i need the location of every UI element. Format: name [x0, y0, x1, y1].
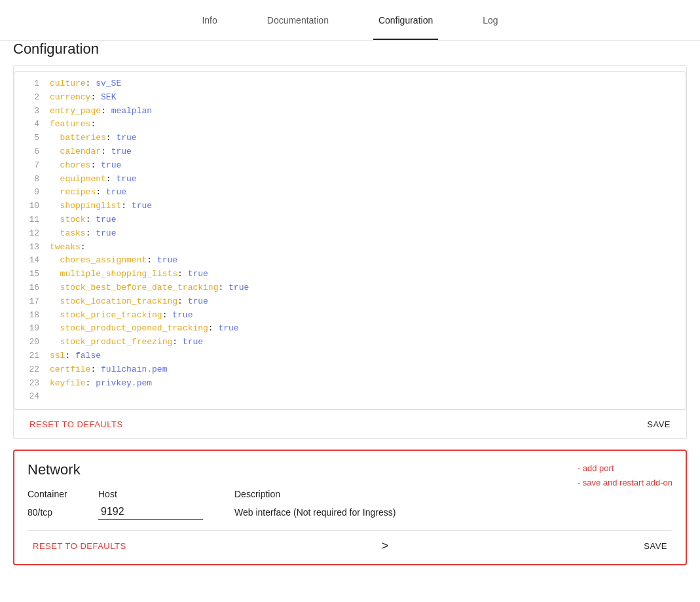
network-reset-button[interactable]: RESET TO DEFAULTS — [28, 539, 132, 554]
network-hint: - add port - save and restart add-on — [578, 461, 672, 490]
code-line-15: 15 multiple_shopping_lists: true — [14, 268, 686, 281]
code-line-21: 21 ssl: false — [14, 349, 686, 363]
chevron-right-icon: > — [382, 539, 389, 553]
code-line-22: 22 certfile: fullchain.pem — [14, 363, 686, 377]
code-line-2: 2 currency: SEK — [14, 91, 686, 105]
network-header-description: Description — [234, 489, 672, 499]
network-host-input[interactable] — [98, 505, 203, 520]
code-line-13: 13 tweaks: — [14, 241, 686, 255]
network-hint-line1: - add port — [578, 461, 672, 476]
config-reset-button[interactable]: RESET TO DEFAULTS — [24, 417, 128, 432]
code-line-7: 7 chores: true — [14, 159, 686, 173]
code-line-9: 9 recipes: true — [14, 186, 686, 200]
tab-documentation[interactable]: Documentation — [262, 0, 334, 40]
network-header-host: Host — [98, 489, 229, 499]
network-header-container: Container — [28, 489, 93, 499]
network-table-header: Container Host Description — [28, 489, 672, 499]
code-line-11: 11 stock: true — [14, 213, 686, 227]
code-line-12: 12 tasks: true — [14, 227, 686, 241]
main-content: Configuration 1 culture: sv_SE 2 currenc… — [0, 41, 700, 565]
code-line-20: 20 stock_product_freezing: true — [14, 336, 686, 349]
code-line-6: 6 calendar: true — [14, 145, 686, 159]
code-editor-body[interactable]: 1 culture: sv_SE 2 currency: SEK 3 entry… — [14, 71, 686, 410]
code-line-14: 14 chores_assignment: true — [14, 254, 686, 268]
tab-log[interactable]: Log — [477, 0, 503, 40]
network-title: Network — [28, 461, 672, 478]
network-data-row: 80/tcp Web interface (Not required for I… — [28, 505, 672, 520]
config-action-bar: RESET TO DEFAULTS SAVE — [14, 410, 686, 438]
code-line-1: 1 culture: sv_SE — [14, 77, 686, 91]
network-action-bar: RESET TO DEFAULTS > SAVE — [28, 530, 672, 554]
tab-bar: Info Documentation Configuration Log — [0, 0, 700, 41]
network-description-value: Web interface (Not required for Ingress) — [234, 507, 672, 518]
code-line-19: 19 stock_product_opened_tracking: true — [14, 322, 686, 336]
code-line-18: 18 stock_price_tracking: true — [14, 309, 686, 323]
code-line-23: 23 keyfile: privkey.pem — [14, 377, 686, 391]
code-line-24: 24 — [14, 390, 686, 404]
tab-info[interactable]: Info — [196, 0, 222, 40]
code-line-8: 8 equipment: true — [14, 173, 686, 186]
code-line-10: 10 shoppinglist: true — [14, 200, 686, 213]
code-line-16: 16 stock_best_before_date_tracking: true — [14, 281, 686, 295]
code-line-3: 3 entry_page: mealplan — [14, 105, 686, 118]
config-title: Configuration — [13, 41, 687, 58]
code-editor[interactable]: 1 culture: sv_SE 2 currency: SEK 3 entry… — [13, 65, 687, 439]
network-hint-line2: - save and restart add-on — [578, 476, 672, 490]
code-line-17: 17 stock_location_tracking: true — [14, 295, 686, 309]
tab-configuration[interactable]: Configuration — [373, 0, 438, 40]
code-line-4: 4 features: — [14, 118, 686, 132]
network-save-button[interactable]: SAVE — [638, 539, 672, 554]
network-container-value: 80/tcp — [28, 507, 93, 518]
code-line-5: 5 batteries: true — [14, 132, 686, 145]
config-save-button[interactable]: SAVE — [642, 417, 676, 432]
network-section: - add port - save and restart add-on Net… — [13, 450, 687, 565]
